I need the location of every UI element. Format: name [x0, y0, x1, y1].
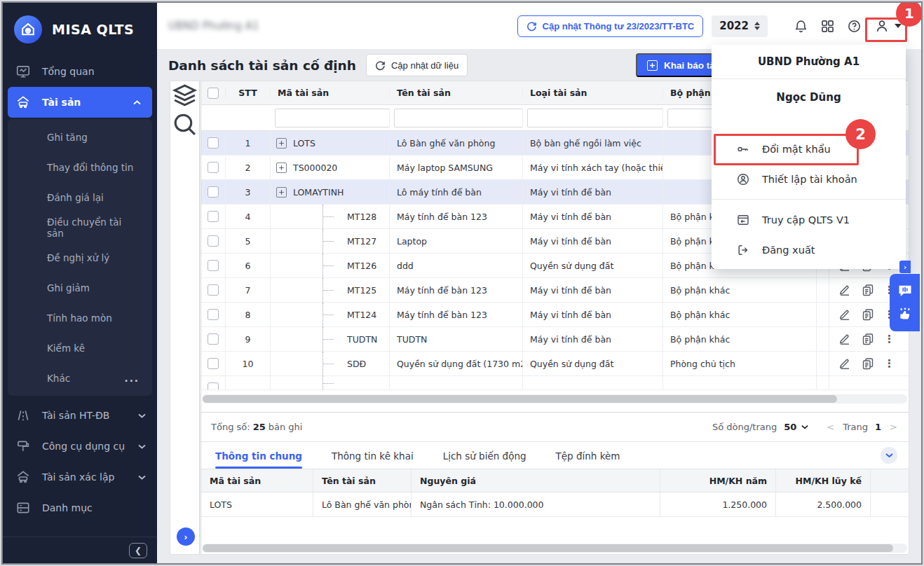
sidebar-subitem[interactable]: Đề nghị xử lý [8, 242, 152, 272]
filter-type-input[interactable] [528, 109, 663, 127]
filter-type[interactable] [527, 109, 663, 127]
filter-code-input[interactable] [276, 109, 390, 127]
table-row-partial [201, 376, 909, 390]
tab-general-info[interactable]: Thông tin chung [215, 450, 302, 469]
sidebar-item-established[interactable]: Tài sản xác lập [3, 462, 157, 492]
cell-type: Máy vi tính để bàn [523, 303, 663, 326]
detail-table-row[interactable]: LOTS Lô Bàn ghế văn phòng Ngân sách Tỉnh… [201, 492, 909, 517]
menu-user-name: Ngọc Dũng [712, 79, 906, 116]
expand-row-icon[interactable] [276, 163, 287, 173]
col-type[interactable]: Loại tài sản [523, 88, 663, 98]
brand-name: MISA QLTS [52, 22, 134, 37]
row-checkbox[interactable] [208, 137, 219, 149]
feedback-widget [890, 274, 920, 331]
cell-code: LOMAYTINH [271, 180, 390, 204]
sidebar-subitem[interactable]: Điều chuyển tài sản [8, 212, 152, 242]
edit-icon[interactable] [838, 357, 852, 371]
sidebar-item-ht-db[interactable]: Tài sản HT-ĐB [3, 400, 157, 431]
chevron-down-icon [138, 413, 146, 418]
menu-item-qlts-v1[interactable]: Truy cập QLTS V1 [712, 205, 906, 235]
row-checkbox[interactable] [208, 235, 219, 247]
sidebar-subitem[interactable]: Khác ... [8, 363, 152, 393]
horizontal-scrollbar[interactable] [203, 394, 907, 403]
tab-declaration-info[interactable]: Thông tin kê khai [332, 450, 414, 469]
sidebar-item-overview[interactable]: Tổng quan [3, 56, 157, 87]
account-icon [736, 172, 750, 186]
copy-icon[interactable] [861, 308, 875, 322]
copy-icon[interactable] [861, 283, 875, 297]
row-checkbox[interactable] [208, 260, 219, 271]
menu-item-logout[interactable]: Đăng xuất [712, 235, 906, 265]
col-code[interactable]: Mã tài sản [271, 88, 390, 98]
row-checkbox[interactable] [208, 162, 219, 173]
sidebar-item-tools[interactable]: Công cụ dụng cụ [3, 431, 157, 462]
row-checkbox[interactable] [208, 211, 219, 222]
menu-item-account-settings[interactable]: Thiết lập tài khoản [712, 164, 906, 194]
cell-select [201, 254, 226, 277]
table-row[interactable]: 9 TUDTN TUDTN Máy vi tính để bàn Bộ phận… [201, 327, 909, 352]
widget-collapse-tab[interactable]: › [899, 261, 911, 273]
more-actions-icon[interactable]: ⋮ [884, 357, 892, 370]
table-row[interactable]: 10 SDĐ Quyền sử dụng đất (1730 m2) Quyền… [201, 352, 909, 376]
cell-select [201, 327, 226, 351]
sidebar-subitem[interactable]: Ghi giảm [8, 272, 152, 303]
sidebar-subitem[interactable]: Ghi tăng [8, 122, 152, 152]
filter-code[interactable] [275, 109, 390, 127]
filter-name[interactable] [394, 109, 523, 127]
catalog-icon [15, 500, 31, 516]
sidebar-subitem[interactable]: Thay đổi thông tin [8, 152, 152, 182]
app-window: MISA QLTS Tổng quan Tài sản Ghi tăng [1, 1, 923, 565]
apps-grid-icon[interactable] [818, 17, 836, 35]
row-checkbox[interactable] [208, 309, 219, 320]
notifications-bell-icon[interactable] [791, 17, 810, 35]
thumbs-up-stars-icon[interactable] [897, 307, 913, 322]
detail-table-header: Mã tài sản Tên tài sản Nguyên giá HM/KH … [201, 469, 909, 492]
chevron-down-icon [138, 444, 146, 449]
expand-panel-button[interactable]: › [177, 527, 195, 546]
table-row[interactable]: 8 MT124 Máy tính để bàn 123 Máy vi tính … [201, 303, 909, 327]
chat-icon[interactable] [897, 283, 913, 298]
cell-code: MT128 [271, 205, 390, 228]
sidebar-subitem[interactable]: Tính hao mòn [8, 303, 152, 333]
sidebar-item-assets[interactable]: Tài sản [8, 87, 152, 118]
rows-per-page-select[interactable]: 50 [784, 422, 808, 432]
edit-icon[interactable] [838, 308, 852, 322]
sidebar-subitem[interactable]: Đánh giá lại [8, 182, 152, 212]
layers-icon[interactable] [170, 81, 199, 110]
year-selector[interactable]: 2022 [712, 15, 768, 37]
expand-row-icon[interactable] [276, 187, 287, 198]
prev-page-button[interactable]: < [825, 422, 836, 432]
more-actions-icon[interactable]: ⋮ [884, 333, 892, 345]
refresh-data-button[interactable]: Cập nhật dữ liệu [366, 54, 468, 76]
tab-change-history[interactable]: Lịch sử biến động [443, 450, 526, 469]
update-circular-button[interactable]: Cập nhật Thông tư 23/2023/TT-BTC [517, 15, 704, 37]
table-row[interactable]: 7 MT125 Máy tính để bàn 123 Máy vi tính … [201, 278, 909, 303]
expand-row-icon[interactable] [276, 138, 287, 149]
col-name[interactable]: Tên tài sản [390, 88, 523, 98]
cell-name: Quyền sử dụng đất (1730 m2) [390, 352, 523, 375]
col-stt[interactable]: STT [226, 88, 271, 98]
edit-icon[interactable] [838, 283, 852, 297]
cell-type: Quyền sử dụng đất [523, 352, 663, 375]
search-icon[interactable] [170, 110, 199, 139]
cell-select [201, 278, 226, 302]
row-checkbox[interactable] [208, 186, 219, 198]
copy-icon[interactable] [861, 332, 875, 346]
sidebar-collapse-button[interactable]: ❮ [129, 543, 147, 558]
row-checkbox[interactable] [208, 358, 219, 369]
sidebar-item-catalog[interactable]: Danh mục [3, 492, 157, 523]
help-icon[interactable] [845, 17, 863, 35]
sidebar-subitem[interactable]: Kiểm kê [8, 333, 152, 363]
row-checkbox[interactable] [208, 333, 219, 345]
collapse-detail-button[interactable] [881, 447, 897, 464]
filter-name-input[interactable] [395, 109, 523, 127]
row-checkbox[interactable] [208, 284, 219, 296]
tab-attachments[interactable]: Tệp đính kèm [556, 450, 620, 469]
detail-horizontal-scrollbar[interactable] [203, 544, 907, 553]
current-page[interactable]: 1 [875, 422, 881, 432]
cell-name: Máy laptop SAMSUNG [390, 156, 523, 179]
edit-icon[interactable] [838, 332, 852, 346]
next-page-button[interactable]: > [888, 422, 899, 432]
copy-icon[interactable] [861, 357, 875, 371]
select-all-checkbox[interactable] [208, 88, 219, 99]
